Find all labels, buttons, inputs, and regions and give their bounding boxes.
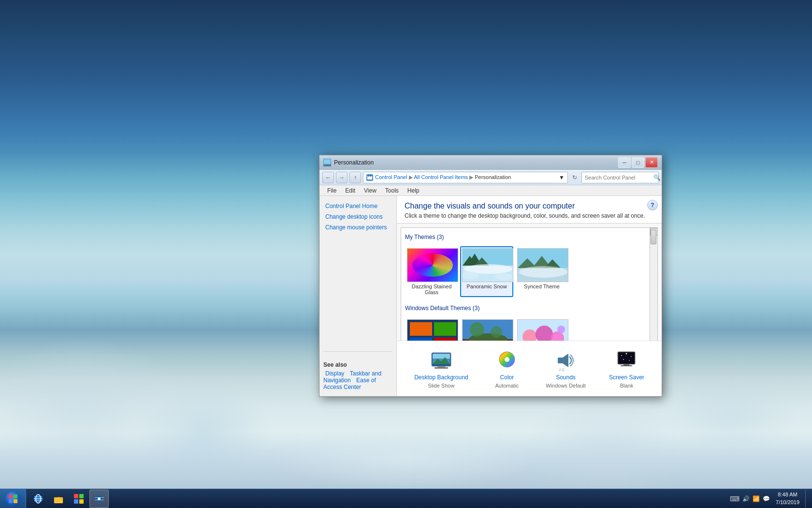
theme-dazzling[interactable]: Dazzling Stained Glass [405,246,458,297]
desktop-bg-icon [430,349,453,372]
network-icon[interactable]: 📶 [753,495,760,502]
scroll-thumb[interactable] [651,230,656,244]
breadcrumb-sep2: ▶ [469,174,475,180]
svg-point-54 [623,359,624,360]
main-content: ? Change the visuals and sounds on your … [397,196,662,224]
svg-rect-72 [74,499,78,504]
svg-rect-59 [14,494,17,498]
clock-date: 7/10/2019 [776,499,799,506]
svg-rect-43 [435,367,448,369]
svg-rect-61 [14,499,17,503]
breadcrumb-dropdown[interactable]: ▼ [559,174,565,181]
svg-rect-73 [79,499,84,504]
window-title: Personalization [334,159,618,166]
theme-synced[interactable]: Synced Theme [515,246,568,297]
svg-rect-60 [9,499,13,503]
svg-point-51 [621,355,622,356]
color-icon [495,349,519,372]
action-color[interactable]: Color Automatic [488,347,526,390]
sidebar-change-desktop-icons[interactable]: Change desktop icons [323,212,392,221]
menu-edit[interactable]: Edit [341,186,359,195]
forward-button[interactable]: → [336,172,348,183]
back-button[interactable]: ← [322,172,334,183]
taskbar-store[interactable] [69,490,88,508]
themes-inner: My Themes (3) Dazzling Stained Glass [401,228,657,341]
bottom-actions: Desktop Background Slide Show [397,341,662,396]
svg-rect-40 [433,354,450,359]
theme-flowers[interactable]: Flowers [515,317,568,341]
color-sub: Automatic [495,383,519,388]
windows-themes-title: Windows Default Themes (3) [405,303,653,314]
svg-rect-5 [368,175,369,177]
action-desktop-background[interactable]: Desktop Background Slide Show [410,347,472,390]
desktop-bg-label[interactable]: Desktop Background [414,374,468,381]
clock[interactable]: 8:48 AM 7/10/2019 [772,491,803,506]
close-button[interactable]: ✕ [645,157,658,168]
sounds-icon: ♪♫ [554,349,577,372]
svg-rect-58 [9,494,13,498]
theme-flowers-thumbnail [517,319,568,341]
help-button[interactable]: ? [647,200,658,210]
sidebar-controlpanel-home[interactable]: Control Panel Home [323,202,392,210]
start-orb [5,491,21,507]
theme-windows[interactable]: Windows [405,317,458,341]
taskbar-settings[interactable] [89,490,109,508]
volume-icon[interactable]: 🔊 [742,495,750,502]
sidebar-change-mouse-pointers[interactable]: Change mouse pointers [323,223,392,232]
refresh-button[interactable]: ↻ [570,173,580,182]
menu-file[interactable]: File [323,186,340,195]
svg-point-45 [505,357,509,362]
menu-tools[interactable]: Tools [381,186,403,195]
taskbar-right: ⌨ 🔊 📶 💬 8:48 AM 7/10/2019 [726,489,812,508]
theme-dazzling-name: Dazzling Stained Glass [407,284,456,295]
svg-rect-22 [410,322,432,336]
main-title: Change the visuals and sounds on your co… [405,202,654,210]
svg-marker-47 [563,354,568,367]
see-also-title: See also [323,361,392,368]
action-screensaver[interactable]: Screen Saver Blank [605,347,648,390]
nav-bar: ← → ↑ Control Panel ▶ All Control Panel … [319,170,662,185]
theme-panoramic-thumbnail [462,248,513,282]
svg-rect-76 [95,497,104,498]
svg-point-20 [519,266,567,278]
maximize-button[interactable]: □ [632,157,644,168]
svg-rect-70 [74,494,78,498]
sidebar: Control Panel Home Change desktop icons … [319,196,397,396]
my-themes-title: My Themes (3) [405,232,653,242]
minimize-button[interactable]: ─ [618,157,631,168]
screensaver-icon [615,349,638,372]
sounds-label[interactable]: Sounds [556,374,576,381]
system-tray: ⌨ 🔊 📶 💬 [730,495,770,503]
taskbar-ie[interactable] [29,490,48,508]
breadcrumb-sep1: ▶ [409,174,414,180]
menu-help[interactable]: Help [404,186,423,195]
start-button[interactable] [0,489,26,508]
action-sounds[interactable]: ♪♫ Sounds Windows Default [542,347,590,390]
color-label[interactable]: Color [500,374,514,381]
svg-rect-71 [79,494,84,498]
breadcrumb-controlpanel[interactable]: Control Panel [375,174,407,180]
theme-windows-thumbnail [407,319,458,341]
up-button[interactable]: ↑ [349,172,361,183]
svg-text:♪♫: ♪♫ [559,367,565,371]
taskbar-explorer[interactable] [49,490,68,508]
svg-point-31 [491,326,502,338]
theme-panoramic[interactable]: Panoramic Snow [460,246,513,297]
scroll-track[interactable]: ▲ ▼ [650,228,657,341]
search-bar[interactable]: 🔍 [581,172,659,183]
menu-view[interactable]: View [360,186,380,195]
screensaver-label[interactable]: Screen Saver [609,374,644,381]
address-bar[interactable]: Control Panel ▶ All Control Panel Items … [363,172,568,183]
notification-icon[interactable]: 💬 [763,495,770,502]
search-input[interactable] [585,175,652,180]
theme-earth[interactable]: Earth [460,317,513,341]
svg-point-52 [626,353,627,355]
svg-point-37 [557,326,565,333]
show-desktop-button[interactable] [805,490,808,508]
svg-rect-69 [55,501,60,502]
keyboard-icon: ⌨ [730,495,740,503]
screensaver-sub: Blank [620,383,634,388]
breadcrumb-allitems[interactable]: All Control Panel Items [414,174,468,180]
main-header: Change the visuals and sounds on your co… [397,196,662,224]
title-bar: Personalization ─ □ ✕ [319,155,662,170]
